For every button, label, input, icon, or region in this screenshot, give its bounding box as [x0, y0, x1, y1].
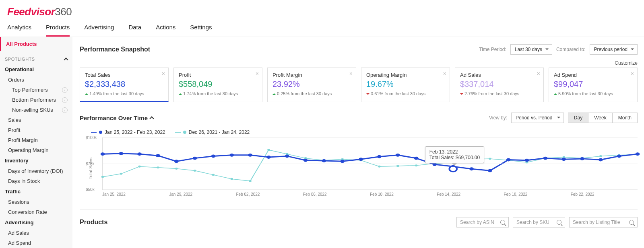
svg-point-51 [488, 169, 492, 172]
nav-data[interactable]: Data [128, 24, 141, 37]
kpi-delta: 0.61% from the last 30 days [366, 91, 445, 96]
sidebar-item[interactable]: Profit Margin [0, 135, 72, 145]
svg-point-46 [396, 154, 400, 157]
sidebar-all-products[interactable]: All Products [0, 37, 72, 51]
kpi-card[interactable]: × Profit $558,049 1.74% from the last 30… [173, 68, 262, 102]
chart-legend: Jan 25, 2022 - Feb 23, 2022Dec 26, 2021 … [80, 126, 638, 137]
sidebar-item[interactable]: Orders [0, 75, 72, 85]
sidebar-item[interactable]: Bottom Performersi [0, 95, 72, 105]
search-icon [500, 220, 505, 225]
svg-point-32 [137, 152, 142, 156]
sidebar-item[interactable]: Ad Sales [0, 228, 72, 238]
kpi-title: Operating Margin [366, 72, 445, 78]
seg-month[interactable]: Month [612, 113, 637, 123]
svg-point-37 [229, 154, 234, 157]
nav-analytics[interactable]: Analytics [7, 24, 31, 37]
svg-point-35 [193, 157, 197, 160]
svg-point-50 [469, 167, 474, 170]
info-icon[interactable]: i [62, 107, 68, 113]
snapshot-title: Performance Snapshot [80, 46, 150, 53]
svg-point-60 [449, 166, 457, 172]
x-tick: Feb 10, 2022 [370, 192, 437, 197]
y-tick: $100k [86, 135, 97, 140]
kpi-title: Ad Sales [460, 72, 539, 78]
nav-advertising[interactable]: Advertising [84, 24, 114, 37]
sidebar-item[interactable]: Ad Spend [0, 238, 72, 248]
customize-link[interactable]: Customize [80, 60, 638, 66]
sidebar-item[interactable]: Profit [0, 125, 72, 135]
sidebar-item[interactable]: Operating Margin [0, 145, 72, 155]
period-vs-select[interactable]: Period vs. Period [511, 113, 564, 123]
search-input[interactable]: Search by Listing Title [569, 217, 638, 228]
kpi-value: $2,333,438 [85, 80, 163, 89]
close-icon[interactable]: × [349, 70, 353, 77]
nav-actions[interactable]: Actions [156, 24, 175, 37]
kpi-title: Total Sales [85, 72, 163, 78]
kpi-card[interactable]: × Ad Sales $337,014 2.76% from the last … [455, 68, 544, 102]
chart-area: Total Sales $50k$75k$100kFeb 13, 2022Tot… [80, 137, 638, 199]
chart-tooltip: Feb 13, 2022Total Sales: $69,700.00 [425, 146, 484, 163]
compared-select[interactable]: Previous period [590, 44, 638, 55]
kpi-delta: 0.25% from the last 30 days [272, 91, 351, 96]
sidebar-item[interactable]: Days of Inventory (DOI) [0, 166, 72, 176]
products-title: Products [80, 219, 107, 226]
sidebar-cat-operational: Operational [0, 64, 72, 75]
sidebar-item[interactable]: Days in Stock [0, 176, 72, 186]
svg-point-16 [396, 165, 399, 167]
svg-point-44 [359, 158, 363, 161]
time-period-select[interactable]: Last 30 days [510, 44, 552, 55]
kpi-delta: 1.49% from the last 30 days [85, 91, 163, 96]
main-content: Performance Snapshot Time Period: Last 3… [72, 37, 644, 248]
sidebar-item[interactable]: Sessions [0, 197, 72, 207]
pot-title: Performance Over Time [80, 115, 153, 121]
x-tick: Feb 14, 2022 [437, 192, 504, 197]
y-tick: $50k [86, 187, 95, 192]
svg-point-0 [101, 176, 104, 178]
info-icon[interactable]: i [62, 87, 68, 93]
nav-products[interactable]: Products [46, 24, 70, 37]
seg-week[interactable]: Week [588, 113, 612, 123]
info-icon[interactable]: i [62, 97, 68, 103]
chevron-up-icon [64, 57, 68, 62]
close-icon[interactable]: × [443, 70, 446, 77]
svg-point-57 [599, 158, 603, 162]
close-icon[interactable]: × [162, 70, 165, 77]
sidebar-item[interactable]: Non-selling SKUsi [0, 105, 72, 115]
svg-point-34 [174, 160, 179, 163]
svg-point-54 [543, 157, 548, 160]
sidebar-spotlights-header[interactable]: SPOTLIGHTS [0, 51, 72, 64]
svg-point-15 [378, 166, 381, 168]
x-axis: Jan 25, 2022Jan 29, 2022Feb 02, 2022Feb … [102, 190, 638, 197]
x-tick: Jan 25, 2022 [102, 192, 169, 197]
svg-point-59 [636, 152, 640, 156]
close-icon[interactable]: × [537, 70, 540, 77]
svg-point-40 [285, 154, 289, 158]
close-icon[interactable]: × [631, 70, 634, 77]
search-input[interactable]: Search by ASIN [456, 217, 509, 228]
nav-settings[interactable]: Settings [190, 24, 212, 37]
x-tick: Feb 02, 2022 [236, 192, 303, 197]
line-chart[interactable]: $50k$75k$100kFeb 13, 2022Total Sales: $6… [102, 137, 638, 190]
kpi-card[interactable]: × Total Sales $2,333,438 1.49% from the … [80, 68, 169, 102]
close-icon[interactable]: × [256, 70, 259, 77]
kpi-cards: × Total Sales $2,333,438 1.49% from the … [80, 68, 638, 102]
sidebar-item[interactable]: Sales [0, 115, 72, 125]
svg-point-58 [617, 154, 621, 158]
chevron-up-icon[interactable] [149, 116, 154, 121]
kpi-card[interactable]: × Operating Margin 19.67% 0.61% from the… [361, 68, 450, 102]
search-icon [557, 220, 561, 225]
svg-point-43 [340, 160, 345, 163]
svg-point-52 [506, 158, 511, 162]
svg-point-36 [211, 154, 216, 158]
kpi-card[interactable]: × Profit Margin 23.92% 0.25% from the la… [267, 68, 356, 102]
legend-item: Dec 26, 2021 - Jan 24, 2022 [175, 129, 250, 135]
seg-day[interactable]: Day [568, 113, 588, 123]
x-tick: Feb 22, 2022 [571, 192, 638, 197]
sidebar-item[interactable]: Conversion Rate [0, 207, 72, 217]
x-tick: Feb 06, 2022 [303, 192, 370, 197]
top-nav: AnalyticsProductsAdvertisingDataActionsS… [0, 18, 644, 37]
search-input[interactable]: Search by SKU [513, 217, 565, 228]
kpi-card[interactable]: × Ad Spend $99,047 5.90% from the last 3… [549, 68, 638, 102]
svg-point-17 [415, 164, 418, 166]
sidebar-item[interactable]: Top Performersi [0, 85, 72, 95]
